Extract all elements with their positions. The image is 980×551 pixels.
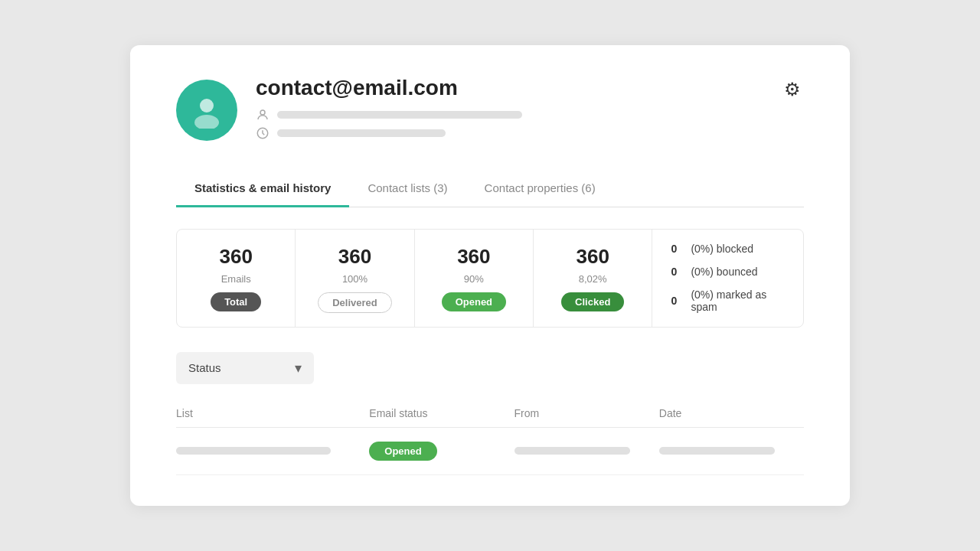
stat-clicked: 360 8,02% Clicked [534,230,652,327]
stat-blocked: 0 (0%) blocked [671,243,785,255]
main-card: contact@email.com ⚙ Statistics & email h… [130,45,850,506]
row-date-cell [659,447,804,455]
stat-total-number: 360 [219,245,252,269]
filter-row: Status ▾ [176,352,804,384]
badge-delivered[interactable]: Delivered [318,292,392,313]
table-row: Opened [176,428,804,475]
chevron-down-icon: ▾ [295,360,302,377]
badge-total[interactable]: Total [211,292,261,311]
row-from-cell [514,447,659,455]
row-status-cell: Opened [369,442,514,461]
profile-header: contact@email.com ⚙ [176,76,804,145]
spam-count: 0 [671,295,683,307]
blocked-count: 0 [671,243,683,255]
time-bar [277,129,446,137]
settings-button[interactable]: ⚙ [781,76,804,103]
svg-point-1 [194,115,219,129]
stat-delivered-number: 360 [338,245,371,269]
stat-delivered: 360 100% Delivered [296,230,414,327]
stat-clicked-number: 360 [577,245,609,269]
blocked-label: (0%) blocked [691,243,753,255]
date-bar [659,447,775,455]
stat-opened-label: 90% [464,273,484,285]
stat-spam: 0 (0%) marked as spam [671,289,785,313]
stat-opened: 360 90% Opened [415,230,534,327]
spam-label: (0%) marked as spam [691,289,785,313]
tab-contact-properties[interactable]: Contact properties (6) [466,172,614,207]
status-dropdown[interactable]: Status ▾ [176,352,314,384]
col-from: From [514,407,659,419]
row-list-cell [176,447,369,455]
avatar [176,80,237,141]
badge-opened[interactable]: Opened [442,292,506,311]
row-status-badge: Opened [369,442,436,461]
badge-clicked[interactable]: Clicked [561,292,624,311]
stats-row: 360 Emails Total 360 100% Delivered 360 … [176,229,804,328]
stat-delivered-label: 100% [342,273,368,285]
from-bar [514,447,630,455]
col-date: Date [659,407,804,419]
bounced-count: 0 [671,266,683,278]
col-list: List [176,407,369,419]
header-row-2 [256,126,804,140]
status-dropdown-label: Status [188,361,221,374]
person-icon [256,108,270,122]
stat-total-label: Emails [221,273,251,285]
stat-clicked-label: 8,02% [579,273,607,285]
stat-opened-number: 360 [457,245,490,269]
tab-bar: Statistics & email history Contact lists… [176,172,804,207]
col-email-status: Email status [369,407,514,419]
svg-point-2 [260,110,265,115]
svg-point-0 [200,99,214,112]
stat-total: 360 Emails Total [177,230,296,327]
tab-statistics[interactable]: Statistics & email history [176,172,349,207]
table-header: List Email status From Date [176,399,804,428]
right-stats-panel: 0 (0%) blocked 0 (0%) bounced 0 (0%) mar… [652,230,803,327]
stat-bounced: 0 (0%) bounced [671,266,785,278]
header-row-1 [256,108,804,122]
bounced-label: (0%) bounced [691,266,757,278]
name-bar [277,111,522,119]
header-info: contact@email.com [256,76,804,145]
list-bar [176,447,331,455]
clock-icon [256,126,270,140]
contact-email: contact@email.com [256,76,804,100]
tab-contact-lists[interactable]: Contact lists (3) [349,172,466,207]
